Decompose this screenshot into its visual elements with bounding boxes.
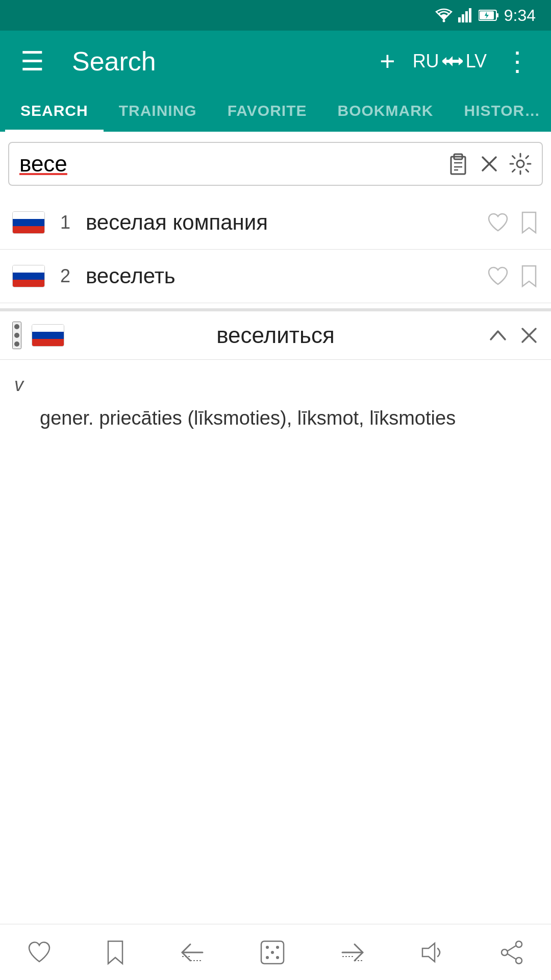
bottom-nav <box>0 924 551 980</box>
translation-body: v gener. priecāties (līksmoties), līksmo… <box>0 360 551 454</box>
bookmark-button-1[interactable] <box>519 210 539 235</box>
nav-forward-button[interactable] <box>339 941 366 964</box>
svg-point-20 <box>14 341 19 347</box>
status-icons: 9:34 <box>435 6 536 25</box>
svg-line-40 <box>508 954 516 959</box>
svg-rect-4 <box>469 8 471 22</box>
bookmark-button-2[interactable] <box>519 264 539 288</box>
translation-pos: v <box>14 374 537 396</box>
app-title: Search <box>72 46 362 77</box>
nav-share-button[interactable] <box>499 939 524 966</box>
nav-bookmark-button[interactable] <box>105 939 126 966</box>
tab-favorite[interactable]: FAVORITE <box>212 92 322 132</box>
search-input-display[interactable]: весе <box>19 151 439 177</box>
status-bar: 9:34 <box>0 0 551 31</box>
translation-content: gener. priecāties (līksmoties), līksmot,… <box>40 403 537 434</box>
lang-arrow-icon <box>442 54 463 68</box>
more-vertical-icon <box>13 323 20 348</box>
nav-favorite-button[interactable] <box>27 940 52 965</box>
svg-point-0 <box>442 20 445 22</box>
svg-rect-3 <box>465 11 468 22</box>
svg-point-28 <box>276 946 279 949</box>
status-time: 9:34 <box>504 6 536 25</box>
translation-more-button[interactable] <box>12 322 21 349</box>
svg-point-27 <box>266 946 269 949</box>
svg-point-17 <box>517 160 524 167</box>
result-actions-1 <box>487 210 539 235</box>
wifi-icon <box>435 8 453 22</box>
translation-header: веселиться <box>0 311 551 360</box>
nav-forward-icon <box>339 941 366 964</box>
nav-heart-icon <box>27 940 52 965</box>
add-button[interactable]: + <box>374 41 400 82</box>
lang-to: LV <box>466 51 487 72</box>
clipboard-button[interactable] <box>447 152 469 176</box>
settings-button[interactable] <box>509 153 532 175</box>
result-num-2: 2 <box>55 265 76 287</box>
favorite-button-2[interactable] <box>487 265 509 287</box>
nav-speaker-icon <box>419 940 446 965</box>
tab-history[interactable]: HISTOR… <box>448 92 551 132</box>
heart-icon-2 <box>487 265 509 287</box>
tab-bookmark[interactable]: BOOKMARK <box>322 92 448 132</box>
translation-flag <box>32 324 64 347</box>
chevron-up-icon <box>487 324 509 347</box>
svg-line-39 <box>508 946 516 951</box>
svg-point-30 <box>276 956 279 959</box>
search-actions <box>447 152 532 176</box>
menu-button[interactable]: ☰ <box>15 41 49 82</box>
app-bar: ☰ Search + RU LV ⋮ <box>0 31 551 92</box>
russia-flag-2 <box>12 265 45 287</box>
result-text-2: веселеть <box>86 264 477 288</box>
lang-from: RU <box>413 51 439 72</box>
lang-switch[interactable]: RU LV <box>413 51 487 72</box>
nav-bookmark-icon <box>105 939 126 966</box>
tab-bar: SEARCH TRAINING FAVORITE BOOKMARK HISTOR… <box>0 92 551 132</box>
clear-button[interactable] <box>480 154 499 174</box>
nav-back-button[interactable] <box>179 941 206 964</box>
svg-marker-35 <box>422 943 435 962</box>
bookmark-icon-2 <box>519 264 539 288</box>
result-item-2[interactable]: 2 веселеть <box>0 250 551 303</box>
nav-back-icon <box>179 941 206 964</box>
nav-random-button[interactable] <box>259 939 286 966</box>
translation-word: веселиться <box>74 323 477 348</box>
nav-dice-icon <box>259 939 286 966</box>
svg-rect-2 <box>462 14 464 22</box>
heart-icon-1 <box>487 211 509 234</box>
translation-panel: веселиться v gener. priecāties (līksmoti… <box>0 308 551 454</box>
nav-share-icon <box>499 939 524 966</box>
tab-search[interactable]: SEARCH <box>5 92 104 132</box>
settings-icon <box>509 153 532 175</box>
result-item[interactable]: 1 веселая компания <box>0 196 551 250</box>
result-list: 1 веселая компания 2 веселеть <box>0 196 551 303</box>
svg-point-19 <box>14 333 19 338</box>
svg-point-29 <box>266 956 269 959</box>
result-actions-2 <box>487 264 539 288</box>
svg-rect-1 <box>458 17 461 22</box>
clipboard-icon <box>447 152 469 176</box>
result-num-1: 1 <box>55 212 76 233</box>
svg-point-37 <box>502 949 508 955</box>
translation-close-button[interactable] <box>519 326 539 345</box>
collapse-button[interactable] <box>487 324 509 347</box>
signal-icon <box>458 8 473 22</box>
search-box: весе <box>8 142 543 186</box>
svg-point-36 <box>516 941 522 947</box>
svg-point-18 <box>14 324 19 329</box>
svg-rect-6 <box>496 13 498 17</box>
svg-point-38 <box>516 958 522 964</box>
svg-point-31 <box>271 951 274 954</box>
tab-training[interactable]: TRAINING <box>104 92 212 132</box>
result-text-1: веселая компания <box>86 210 477 235</box>
more-button[interactable]: ⋮ <box>499 41 536 82</box>
close-icon <box>519 326 539 345</box>
clear-icon <box>480 154 499 174</box>
bookmark-icon-1 <box>519 210 539 235</box>
russia-flag-1 <box>12 211 45 234</box>
nav-speaker-button[interactable] <box>419 940 446 965</box>
battery-icon <box>479 9 499 21</box>
favorite-button-1[interactable] <box>487 211 509 234</box>
